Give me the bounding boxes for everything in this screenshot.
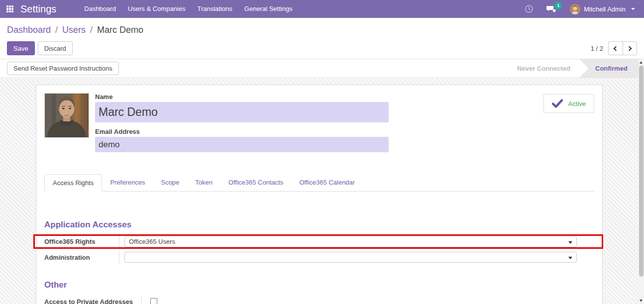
name-label: Name xyxy=(95,93,389,101)
notebook-tabs: Access Rights Preferences Scope Token Of… xyxy=(44,174,594,192)
active-toggle[interactable]: Active xyxy=(543,94,594,113)
tab-office365-calendar[interactable]: Office365 Calendar xyxy=(291,174,363,191)
messages-chat-icon[interactable]: 1 xyxy=(540,0,563,18)
email-input[interactable] xyxy=(95,137,389,152)
email-label: Email Address xyxy=(95,128,389,135)
breadcrumb-users[interactable]: Users xyxy=(62,25,86,35)
nav-item-translations[interactable]: Translations xyxy=(191,0,238,18)
status-step-never-connected[interactable]: Never Connected xyxy=(505,59,580,78)
office365-rights-select[interactable]: Office365 Users xyxy=(124,236,577,247)
scrollbar-thumb[interactable] xyxy=(639,66,644,277)
message-count-badge: 1 xyxy=(554,2,562,9)
label-field-separator xyxy=(119,236,119,247)
administration-select[interactable] xyxy=(124,252,577,263)
nav-item-dashboard[interactable]: Dashboard xyxy=(78,0,122,18)
office365-rights-label: Office365 Rights xyxy=(44,238,119,245)
chevron-right-icon xyxy=(627,46,632,51)
pager-next-button[interactable] xyxy=(623,41,637,55)
private-addresses-checkbox[interactable] xyxy=(150,298,157,304)
user-name: Mitchell Admin xyxy=(584,5,626,13)
tab-office365-contacts[interactable]: Office365 Contacts xyxy=(220,174,291,191)
navbar-right: 1 Mitchell Admin xyxy=(518,0,644,18)
save-button[interactable]: Save xyxy=(7,41,35,55)
content-area: Name Email Address Active Access Rights … xyxy=(0,79,644,304)
pager: 1 / 2 xyxy=(591,41,637,55)
statusbar: Send Reset Password Instructions Never C… xyxy=(0,59,644,78)
breadcrumb-dashboard[interactable]: Dashboard xyxy=(7,25,51,35)
scroll-up-arrow[interactable] xyxy=(639,59,644,66)
name-input[interactable] xyxy=(95,102,389,122)
user-menu[interactable]: Mitchell Admin xyxy=(563,0,638,18)
field-row-private-addresses: Access to Private Addresses xyxy=(44,297,594,304)
tab-access-rights[interactable]: Access Rights xyxy=(44,174,102,192)
main-menu: Dashboard Users & Companies Translations… xyxy=(78,0,298,18)
field-row-administration: Administration xyxy=(44,251,594,263)
private-addresses-label: Access to Private Addresses xyxy=(44,298,141,304)
highlight-annotation-box: Office365 Rights Office365 Users xyxy=(33,234,603,249)
pager-previous-button[interactable] xyxy=(608,41,623,55)
field-row-office365-rights: Office365 Rights Office365 Users xyxy=(44,236,602,247)
access-rights-panel: Application Accesses Office365 Rights Of… xyxy=(44,192,594,304)
dropdown-arrow-icon xyxy=(568,257,572,259)
discard-button[interactable]: Discard xyxy=(38,41,73,55)
dropdown-arrow-icon xyxy=(568,241,572,244)
caret-down-icon xyxy=(631,8,635,10)
user-avatar xyxy=(570,4,580,14)
section-title-application-accesses: Application Accesses xyxy=(44,220,594,230)
status-steps: Never Connected Confirmed xyxy=(505,59,639,78)
send-reset-password-button[interactable]: Send Reset Password Instructions xyxy=(7,62,119,75)
control-panel: Dashboard / Users / Marc Demo Save Disca… xyxy=(0,18,644,59)
user-photo[interactable] xyxy=(44,93,89,138)
active-label: Active xyxy=(568,100,586,107)
activities-clock-icon[interactable] xyxy=(518,0,540,18)
label-field-separator xyxy=(119,251,119,263)
app-title[interactable]: Settings xyxy=(20,3,56,15)
checkmark-icon xyxy=(552,99,563,108)
scroll-down-arrow[interactable] xyxy=(639,298,644,304)
tab-preferences[interactable]: Preferences xyxy=(102,174,153,191)
apps-grid-icon[interactable] xyxy=(6,5,13,12)
nav-item-general-settings[interactable]: General Settings xyxy=(238,0,299,18)
tab-token[interactable]: Token xyxy=(187,174,220,191)
label-field-separator xyxy=(141,297,142,304)
section-title-other: Other xyxy=(44,280,594,290)
breadcrumb: Dashboard / Users / Marc Demo xyxy=(7,25,637,35)
triangle-down-icon xyxy=(640,300,643,302)
tab-scope[interactable]: Scope xyxy=(153,174,187,191)
triangle-up-icon xyxy=(640,61,643,64)
vertical-scrollbar xyxy=(639,59,644,304)
chevron-left-icon xyxy=(614,46,619,51)
administration-label: Administration xyxy=(44,254,119,261)
breadcrumb-current: Marc Demo xyxy=(97,25,143,35)
pager-value: 1 / 2 xyxy=(591,45,603,52)
office365-rights-selected-value: Office365 Users xyxy=(129,238,175,245)
form-sheet: Name Email Address Active Access Rights … xyxy=(36,85,603,304)
nav-item-users-companies[interactable]: Users & Companies xyxy=(122,0,192,18)
top-navbar: Settings Dashboard Users & Companies Tra… xyxy=(0,0,644,18)
